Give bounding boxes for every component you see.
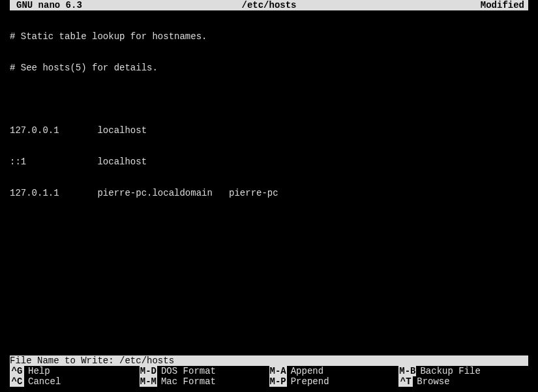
editor-area[interactable]: # Static table lookup for hostnames. # S… xyxy=(10,10,528,355)
help-shortcut-dos-format[interactable]: M-D DOS Format xyxy=(140,366,269,376)
titlebar: GNU nano 6.3 /etc/hosts Modified xyxy=(10,0,528,10)
help-shortcut-cancel[interactable]: ^C Cancel xyxy=(10,376,140,387)
app-name: GNU nano 6.3 xyxy=(10,0,82,10)
editor-line: # See hosts(5) for details. xyxy=(10,63,528,73)
cursor-icon xyxy=(174,355,179,366)
editor-line: 127.0.1.1 pierre-pc.localdomain pierre-p… xyxy=(10,188,528,198)
shortcut-key: ^T xyxy=(398,376,413,387)
shortcut-label: DOS Format xyxy=(157,366,216,376)
shortcut-key: ^C xyxy=(10,376,24,387)
shortcut-label: Backup File xyxy=(416,366,480,376)
shortcut-key: M-A xyxy=(269,366,287,376)
help-shortcut-mac-format[interactable]: M-M Mac Format xyxy=(140,376,269,387)
shortcut-label: Cancel xyxy=(24,376,61,387)
shortcut-key: M-D xyxy=(140,366,157,376)
help-shortcuts: ^G Help M-D DOS Format M-A Append M-B Ba… xyxy=(10,366,528,387)
help-shortcut-backup-file[interactable]: M-B Backup File xyxy=(398,366,528,376)
help-shortcut-append[interactable]: M-A Append xyxy=(269,366,399,376)
editor-line: # Static table lookup for hostnames. xyxy=(10,31,528,42)
prompt-label: File Name to Write: xyxy=(10,355,119,366)
file-name: /etc/hosts xyxy=(241,0,296,10)
shortcut-label: Browse xyxy=(413,376,449,387)
shortcut-label: Prepend xyxy=(287,376,329,387)
shortcut-label: Help xyxy=(24,366,50,376)
shortcut-key: ^G xyxy=(10,366,24,376)
shortcut-key: M-M xyxy=(140,376,157,387)
help-row: ^G Help M-D DOS Format M-A Append M-B Ba… xyxy=(10,366,528,376)
terminal: GNU nano 6.3 /etc/hosts Modified # Stati… xyxy=(0,0,538,392)
shortcut-key: M-P xyxy=(269,376,287,387)
shortcut-label: Mac Format xyxy=(157,376,216,387)
help-shortcut-prepend[interactable]: M-P Prepend xyxy=(269,376,399,387)
shortcut-key: M-B xyxy=(398,366,416,376)
editor-line xyxy=(10,94,528,104)
prompt-input[interactable]: /etc/hosts xyxy=(119,355,174,366)
modified-status: Modified xyxy=(481,0,524,10)
help-shortcut-help[interactable]: ^G Help xyxy=(10,366,140,376)
help-row: ^C Cancel M-M Mac Format M-P Prepend ^T … xyxy=(10,376,528,387)
filename-prompt[interactable]: File Name to Write: /etc/hosts xyxy=(10,355,528,366)
shortcut-label: Append xyxy=(287,366,323,376)
editor-line: 127.0.0.1 localhost xyxy=(10,125,528,136)
help-shortcut-browse[interactable]: ^T Browse xyxy=(398,376,528,387)
editor-line: ::1 localhost xyxy=(10,157,528,167)
